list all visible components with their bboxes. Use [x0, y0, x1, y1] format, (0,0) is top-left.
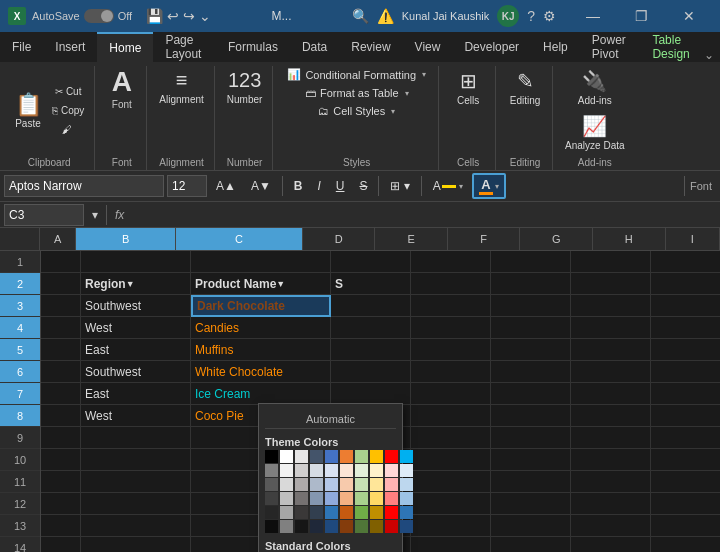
- cell-h13[interactable]: [651, 515, 720, 537]
- cell-g2[interactable]: [571, 273, 651, 295]
- theme-color-swatch[interactable]: [340, 520, 353, 533]
- cell-h3[interactable]: [651, 295, 720, 317]
- col-header-c[interactable]: C: [176, 228, 303, 250]
- cell-b14[interactable]: [81, 537, 191, 552]
- cell-f6[interactable]: [491, 361, 571, 383]
- cell-b7[interactable]: East: [81, 383, 191, 405]
- tab-review[interactable]: Review: [339, 32, 402, 62]
- cell-a8[interactable]: [41, 405, 81, 427]
- formula-expand-button[interactable]: ▾: [88, 208, 102, 222]
- cell-f11[interactable]: [491, 471, 571, 493]
- alignment-button[interactable]: ≡ Alignment: [155, 66, 207, 108]
- tab-home[interactable]: Home: [97, 32, 153, 62]
- font-name-input[interactable]: [4, 175, 164, 197]
- cell-f13[interactable]: [491, 515, 571, 537]
- cell-g13[interactable]: [571, 515, 651, 537]
- theme-color-swatch[interactable]: [385, 520, 398, 533]
- theme-color-swatch[interactable]: [400, 520, 413, 533]
- theme-color-swatch[interactable]: [265, 478, 278, 491]
- tab-help[interactable]: Help: [531, 32, 580, 62]
- italic-button[interactable]: I: [311, 176, 326, 196]
- cell-b4[interactable]: West: [81, 317, 191, 339]
- close-button[interactable]: ✕: [666, 0, 712, 32]
- cell-e11[interactable]: [411, 471, 491, 493]
- cell-h11[interactable]: [651, 471, 720, 493]
- automatic-color-option[interactable]: Automatic: [265, 410, 396, 429]
- theme-color-swatch[interactable]: [340, 492, 353, 505]
- cell-e13[interactable]: [411, 515, 491, 537]
- format-as-table-button[interactable]: 🗃 Format as Table ▾: [299, 85, 415, 101]
- cell-h8[interactable]: [651, 405, 720, 427]
- theme-color-swatch[interactable]: [280, 464, 293, 477]
- theme-color-swatch[interactable]: [265, 520, 278, 533]
- theme-color-swatch[interactable]: [385, 506, 398, 519]
- bold-button[interactable]: B: [288, 176, 309, 196]
- border-button[interactable]: ⊞ ▾: [384, 176, 415, 196]
- cell-f10[interactable]: [491, 449, 571, 471]
- theme-color-swatch[interactable]: [325, 492, 338, 505]
- cell-e7[interactable]: [411, 383, 491, 405]
- col-header-g[interactable]: G: [520, 228, 593, 250]
- theme-color-swatch[interactable]: [310, 450, 323, 463]
- theme-color-swatch[interactable]: [400, 478, 413, 491]
- addins-button[interactable]: 🔌 Add-ins: [574, 66, 616, 109]
- cell-f12[interactable]: [491, 493, 571, 515]
- more-icon[interactable]: ⌄: [199, 8, 211, 24]
- cell-d1[interactable]: [331, 251, 411, 273]
- theme-color-swatch[interactable]: [295, 478, 308, 491]
- theme-color-swatch[interactable]: [295, 464, 308, 477]
- cell-f2[interactable]: [491, 273, 571, 295]
- cell-f1[interactable]: [491, 251, 571, 273]
- cell-e12[interactable]: [411, 493, 491, 515]
- ribbon-minimize-icon[interactable]: ⌄: [704, 48, 714, 62]
- theme-color-swatch[interactable]: [355, 520, 368, 533]
- strikethrough-button[interactable]: S: [353, 176, 373, 196]
- font-size-increase-button[interactable]: A▲: [210, 176, 242, 196]
- window-controls[interactable]: — ❐ ✕: [570, 0, 712, 32]
- tab-power-pivot[interactable]: Power Pivot: [580, 32, 641, 62]
- cell-b2[interactable]: Region ▼: [81, 273, 191, 295]
- tab-page-layout[interactable]: Page Layout: [153, 32, 216, 62]
- theme-color-swatch[interactable]: [400, 492, 413, 505]
- cell-g9[interactable]: [571, 427, 651, 449]
- cell-d3[interactable]: [331, 295, 411, 317]
- theme-color-swatch[interactable]: [370, 520, 383, 533]
- cell-e4[interactable]: [411, 317, 491, 339]
- theme-color-swatch[interactable]: [280, 492, 293, 505]
- theme-color-swatch[interactable]: [370, 464, 383, 477]
- theme-color-swatch[interactable]: [370, 492, 383, 505]
- font-size-decrease-button[interactable]: A▼: [245, 176, 277, 196]
- cell-f9[interactable]: [491, 427, 571, 449]
- cell-c6[interactable]: White Chocolate: [191, 361, 331, 383]
- cell-a13[interactable]: [41, 515, 81, 537]
- autosave-toggle[interactable]: [84, 9, 114, 23]
- theme-color-swatch[interactable]: [310, 506, 323, 519]
- cell-e14[interactable]: [411, 537, 491, 552]
- minimize-button[interactable]: —: [570, 0, 616, 32]
- paste-button[interactable]: 📋 Paste: [10, 89, 46, 132]
- cell-g8[interactable]: [571, 405, 651, 427]
- theme-color-swatch[interactable]: [355, 506, 368, 519]
- cell-d5[interactable]: [331, 339, 411, 361]
- tab-formulas[interactable]: Formulas: [216, 32, 290, 62]
- font-color-button[interactable]: A ▾: [472, 173, 506, 199]
- format-painter-button[interactable]: 🖌: [48, 121, 88, 138]
- cell-c1[interactable]: [191, 251, 331, 273]
- tab-developer[interactable]: Developer: [452, 32, 531, 62]
- cell-styles-button[interactable]: 🗂 Cell Styles ▾: [312, 103, 401, 119]
- cell-h1[interactable]: [651, 251, 720, 273]
- cell-b11[interactable]: [81, 471, 191, 493]
- col-header-b[interactable]: B: [76, 228, 176, 250]
- cut-button[interactable]: ✂ Cut: [48, 83, 88, 100]
- cell-g10[interactable]: [571, 449, 651, 471]
- cell-a12[interactable]: [41, 493, 81, 515]
- theme-color-swatch[interactable]: [385, 450, 398, 463]
- theme-color-swatch[interactable]: [400, 464, 413, 477]
- cell-e6[interactable]: [411, 361, 491, 383]
- maximize-button[interactable]: ❐: [618, 0, 664, 32]
- cell-c3[interactable]: Dark Chocolate: [191, 295, 331, 317]
- cell-d7[interactable]: [331, 383, 411, 405]
- theme-color-swatch[interactable]: [265, 464, 278, 477]
- theme-color-swatch[interactable]: [340, 478, 353, 491]
- cell-h14[interactable]: [651, 537, 720, 552]
